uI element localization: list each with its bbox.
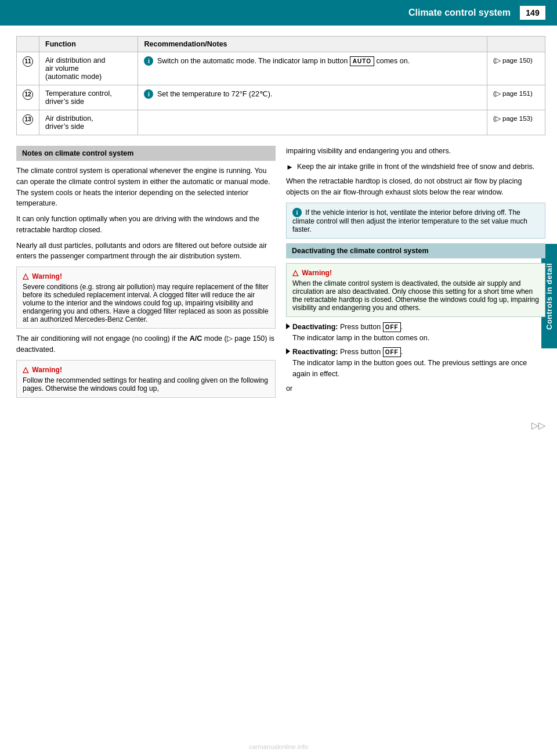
header-title: Climate control system [12, 8, 511, 18]
warning-box-2: △ Warning! Follow the recommended settin… [16, 360, 276, 398]
row1-function: Air distribution andair volume(automatic… [39, 52, 138, 85]
info-table: Function Recommendation/Notes 11 [16, 36, 545, 135]
table-header-function: Function [39, 37, 138, 52]
row2-num: 12 [17, 85, 39, 110]
table-row: 13 Air distribution,driver’s side (▷ pag… [17, 110, 545, 135]
warning3-title: △ Warning! [292, 268, 539, 277]
deactivating-header: Deactivating the climate control system [286, 243, 545, 258]
row3-recommendation [138, 110, 487, 135]
row2-ref: (▷ page 151) [487, 85, 545, 110]
notes-header: Notes on climate control system [16, 146, 276, 161]
table-section: Function Recommendation/Notes 11 [16, 36, 545, 135]
warning3-text: When the climate control system is deact… [292, 279, 539, 312]
para-continued: impairing visibility and endangering you… [286, 146, 545, 157]
page-number: 149 [520, 6, 545, 20]
warning2-title: △ Warning! [23, 365, 269, 374]
row1-recommendation: i Switch on the automatic mode. The indi… [138, 52, 487, 85]
warning1-title: △ Warning! [23, 272, 269, 280]
row3-ref: (▷ page 153) [487, 110, 545, 135]
table-header-recommendation: Recommendation/Notes [138, 37, 487, 52]
table-header-ref [487, 37, 545, 52]
warning-icon-2: △ [23, 365, 28, 374]
table-header-num [17, 37, 39, 52]
footer: ▷▷ [0, 414, 557, 437]
para2: It can only function optimally when you … [16, 214, 276, 236]
deactivating-bullet: Deactivating: Press button OFF. The indi… [286, 322, 545, 344]
off-badge-reactivate: OFF [383, 347, 401, 357]
row2-recommendation: i Set the temperature to 72°F (22℃). [138, 85, 487, 110]
para1: The climate control system is operationa… [16, 165, 276, 209]
or-text: or [286, 383, 545, 394]
arrow-icon-1: ► [286, 161, 294, 173]
row1-ref: (▷ page 150) [487, 52, 545, 85]
row3-function: Air distribution,driver’s side [39, 110, 138, 135]
row1-num: 11 [17, 52, 39, 85]
header-bar: Climate control system 149 [0, 0, 557, 26]
warning-icon-1: △ [23, 272, 28, 280]
warning-box-3: △ Warning! When the climate control syst… [286, 263, 545, 317]
footer-arrows: ▷▷ [531, 420, 545, 431]
warning2-text: Follow the recommended settings for heat… [23, 376, 269, 393]
arrow-icon-3 [286, 348, 290, 354]
warning-icon-3: △ [292, 268, 298, 277]
table-row: 11 Air distribution andair volume(automa… [17, 52, 545, 85]
arrow-icon-2 [286, 323, 290, 329]
info-box: i If the vehicle interior is hot, ventil… [286, 203, 545, 239]
table-row: 12 Temperature control,driver’s side i S… [17, 85, 545, 110]
row2-function: Temperature control,driver’s side [39, 85, 138, 110]
reactivating-bullet: Reactivating: Press button OFF. The indi… [286, 347, 545, 379]
left-column: Notes on climate control system The clim… [16, 146, 276, 402]
two-column-layout: Notes on climate control system The clim… [16, 146, 545, 402]
main-content: Function Recommendation/Notes 11 [0, 26, 557, 408]
off-badge-deactivate: OFF [383, 322, 401, 332]
warning1-text: Severe conditions (e.g. strong air pollu… [23, 283, 269, 323]
para-retractable: When the retractable hardtop is closed, … [286, 176, 545, 198]
bullet-item-1: ► Keep the air intake grille in front of… [286, 161, 545, 173]
para3: Nearly all dust particles, pollutants an… [16, 240, 276, 262]
para4: The air conditioning will not engage (no… [16, 333, 276, 355]
warning-box-1: △ Warning! Severe conditions (e.g. stron… [16, 267, 276, 329]
watermark: carmanualonline.info [249, 743, 308, 750]
right-column: impairing visibility and endangering you… [286, 146, 545, 402]
row3-num: 13 [17, 110, 39, 135]
